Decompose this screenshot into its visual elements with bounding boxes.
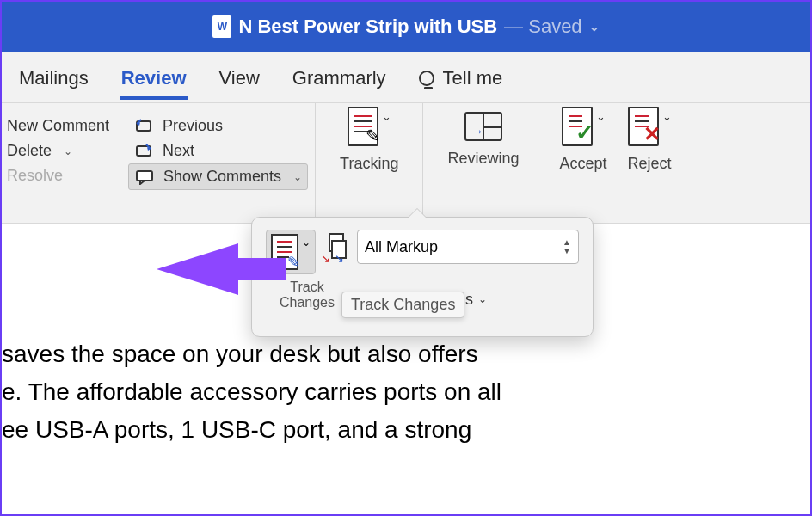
- tracking-group-button[interactable]: ✎ ⌄ Tracking: [315, 103, 422, 223]
- chevron-down-icon[interactable]: ⌄: [302, 236, 311, 249]
- ribbon-toolbar: New Comment Delete ⌄ Resolve Previous Ne…: [2, 103, 810, 224]
- svg-marker-5: [140, 181, 145, 184]
- chevron-down-icon: ⌄: [64, 145, 72, 157]
- tracking-label: Tracking: [340, 155, 398, 173]
- accept-button[interactable]: ✓ ⌄ Accept: [544, 103, 623, 223]
- chevron-down-icon: ⌄: [293, 171, 302, 183]
- tell-me-label: Tell me: [443, 67, 503, 89]
- svg-marker-6: [157, 243, 286, 295]
- next-comment-icon: [133, 144, 154, 159]
- show-comments-button[interactable]: Show Comments ⌄: [128, 163, 308, 190]
- previous-comment-button[interactable]: Previous: [128, 114, 308, 138]
- previous-label: Previous: [163, 117, 223, 135]
- popover-caret: [407, 209, 428, 219]
- chevron-down-icon[interactable]: ⌄: [382, 110, 391, 123]
- annotation-arrow-icon: [157, 239, 286, 299]
- window-titlebar: W N Best Power Strip with USB — Saved ⌄: [2, 2, 810, 52]
- reviewing-pane-icon: →: [464, 112, 502, 141]
- delete-comment-button[interactable]: Delete ⌄: [2, 138, 114, 163]
- ribbon-tabs: Mailings Review View Grammarly Tell me: [2, 52, 810, 103]
- body-text-line: saves the space on your desk but also of…: [2, 335, 793, 373]
- tab-mailings[interactable]: Mailings: [17, 55, 90, 100]
- tab-view[interactable]: View: [218, 55, 261, 100]
- show-comments-label: Show Comments: [163, 168, 281, 186]
- svg-rect-4: [137, 171, 152, 181]
- reject-button[interactable]: ✕ ⌄ Reject: [623, 103, 684, 223]
- markup-mode-value: All Markup: [365, 238, 438, 256]
- chevron-down-icon: ⌄: [478, 293, 487, 305]
- lightbulb-icon: [419, 71, 434, 86]
- reject-label: Reject: [628, 155, 672, 173]
- next-label: Next: [163, 142, 194, 160]
- markup-mode-select[interactable]: All Markup ▲▼: [357, 230, 579, 264]
- pencil-icon: ✎: [366, 126, 380, 146]
- tab-review[interactable]: Review: [120, 55, 188, 100]
- document-title: N Best Power Strip with USB: [238, 15, 497, 38]
- reviewing-label: Reviewing: [447, 150, 519, 168]
- reject-icon: ✕: [628, 107, 659, 146]
- new-comment-label: New Comment: [7, 117, 109, 135]
- track-changes-tooltip: Track Changes: [341, 292, 464, 318]
- body-text-line: ee USB-A ports, 1 USB-C port, and a stro…: [2, 411, 793, 449]
- tracking-doc-icon: ✎: [348, 107, 378, 146]
- resolve-label: Resolve: [7, 167, 63, 185]
- display-for-review-icon[interactable]: ↘↘: [323, 233, 350, 252]
- stepper-icon[interactable]: ▲▼: [563, 238, 571, 255]
- delete-label: Delete: [7, 142, 52, 160]
- word-doc-icon: W: [212, 15, 231, 38]
- accept-label: Accept: [560, 155, 607, 173]
- chevron-down-icon[interactable]: ⌄: [596, 110, 606, 123]
- save-status: — Saved: [504, 15, 582, 38]
- tell-me-search[interactable]: Tell me: [417, 55, 505, 100]
- resolve-comment-button: Resolve: [2, 163, 114, 188]
- new-comment-button[interactable]: New Comment: [2, 114, 114, 138]
- title-dropdown-chevron-icon[interactable]: ⌄: [589, 20, 600, 34]
- previous-comment-icon: [133, 119, 154, 134]
- body-text-line: e. The affordable accessory carries port…: [2, 373, 793, 411]
- tab-grammarly[interactable]: Grammarly: [291, 55, 388, 100]
- pencil-icon: ✎: [287, 253, 300, 272]
- reviewing-pane-button[interactable]: → Reviewing: [422, 103, 543, 223]
- tracking-popover: ✎ ⌄ ↘↘ All Markup ▲▼ Track Changes Marku…: [251, 217, 594, 337]
- accept-icon: ✓: [562, 107, 593, 146]
- chevron-down-icon[interactable]: ⌄: [662, 110, 672, 123]
- next-comment-button[interactable]: Next: [128, 138, 308, 163]
- comment-icon: [134, 169, 155, 185]
